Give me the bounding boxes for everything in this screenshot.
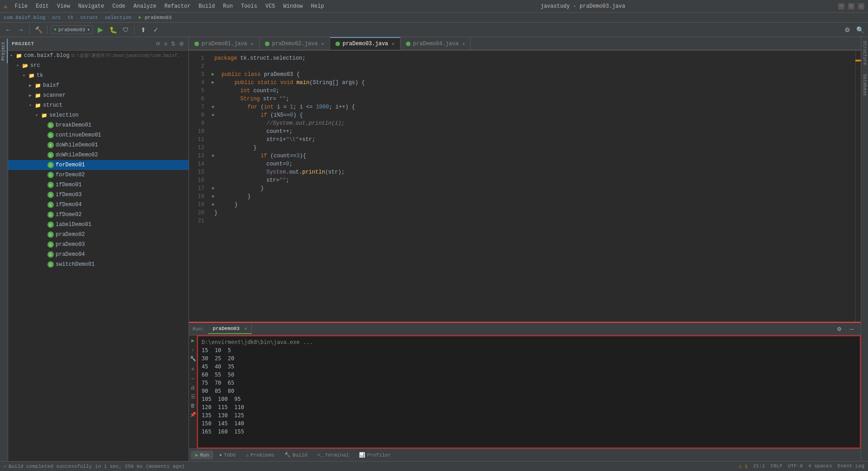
- breadcrumb-file[interactable]: praDemo03: [145, 15, 171, 20]
- bottom-tab-terminal[interactable]: >_ Terminal: [313, 451, 354, 459]
- bottom-tab-profiler[interactable]: 📊 Profiler: [354, 451, 396, 459]
- editor-scrollbar[interactable]: [855, 51, 861, 322]
- toolbar-back-btn[interactable]: ←: [3, 24, 14, 35]
- tree-item-ifdemo03[interactable]: ▶ C ifDemo03: [8, 190, 189, 200]
- toolbar-build-btn[interactable]: 🔨: [33, 24, 44, 35]
- tree-item-struct[interactable]: ▾ 📁 struct: [8, 100, 189, 110]
- maximize-button[interactable]: □: [848, 3, 854, 9]
- run-down-icon[interactable]: ↓: [190, 346, 196, 353]
- vcs-update-btn[interactable]: ⬆: [138, 24, 149, 35]
- run-settings-btn[interactable]: ⚙: [834, 324, 844, 334]
- tab-close-prademo03[interactable]: ✕: [392, 41, 395, 47]
- event-log[interactable]: Event Log: [838, 463, 864, 469]
- structure-tab[interactable]: Structure: [862, 41, 867, 65]
- run-pin-icon[interactable]: 📌: [190, 411, 196, 418]
- warning-count[interactable]: ⚠ 1: [739, 463, 748, 469]
- run-trash-icon[interactable]: 🗑: [190, 402, 196, 409]
- tab-close-prademo02[interactable]: ✕: [321, 41, 324, 47]
- breadcrumb-struct[interactable]: struct: [80, 15, 98, 20]
- menu-vcs[interactable]: VCS: [262, 2, 279, 10]
- debug-button[interactable]: 🐛: [108, 24, 118, 35]
- tree-item-prademo04[interactable]: ▶ C praDemo04: [8, 250, 189, 259]
- menu-analyze[interactable]: Analyze: [130, 2, 160, 10]
- run-minimize-btn[interactable]: ─: [846, 324, 857, 334]
- bottom-tab-run[interactable]: ▶ Run: [191, 451, 213, 459]
- run-tab-close[interactable]: ✕: [244, 326, 247, 331]
- breadcrumb-tk[interactable]: tk: [67, 15, 73, 20]
- tree-item-prademo02[interactable]: ▶ C praDemo02: [8, 230, 189, 240]
- minimize-button[interactable]: ─: [838, 3, 844, 9]
- menu-build[interactable]: Build: [195, 2, 218, 10]
- sidebar-sort-btn[interactable]: ⇅: [170, 40, 176, 48]
- sidebar-settings-btn[interactable]: ⚙: [178, 40, 185, 48]
- tree-item-ifdome02[interactable]: ▶ C ifDome02: [8, 210, 189, 220]
- project-tab[interactable]: Project: [0, 39, 8, 63]
- cursor-position[interactable]: 21:1: [753, 463, 765, 469]
- menu-edit[interactable]: Edit: [32, 2, 52, 10]
- run-soft-wrap-icon[interactable]: ⋯: [190, 375, 196, 382]
- tree-item-tk[interactable]: ▾ 📁 tk: [8, 71, 189, 80]
- tree-item-prademo03[interactable]: ▶ C praDemo03: [8, 240, 189, 250]
- tab-prademo04[interactable]: praDemo04.java ✕: [401, 37, 471, 50]
- indent-setting[interactable]: 4 spaces: [808, 463, 832, 469]
- tree-item-selection[interactable]: ▾ 📁 selection: [8, 110, 189, 120]
- run-output[interactable]: D:\envirment\jdk8\bin\java.exe ... 15 10…: [197, 335, 861, 448]
- run-output-line-10: 150 145 140: [202, 419, 856, 428]
- tree-item-scanner[interactable]: ▶ 📁 scanner: [8, 90, 189, 100]
- tab-close-prademo04[interactable]: ✕: [462, 41, 465, 47]
- run-tab-prademo03[interactable]: praDemo03 ✕: [208, 324, 252, 334]
- breadcrumb-root[interactable]: com.baixf.blog: [4, 15, 45, 20]
- settings-btn[interactable]: ⚙: [842, 24, 853, 35]
- line-separator[interactable]: CRLF: [770, 463, 782, 469]
- menu-window[interactable]: Window: [280, 2, 307, 10]
- search-everywhere-btn[interactable]: 🔍: [854, 24, 865, 35]
- menu-refactor[interactable]: Refactor: [161, 2, 194, 10]
- tree-item-ifdemo04[interactable]: ▶ C ifDemo04: [8, 200, 189, 210]
- tree-item-baixf[interactable]: ▶ 📁 baixf: [8, 80, 189, 90]
- close-button[interactable]: ✕: [858, 3, 864, 9]
- run-play-icon[interactable]: ▶: [190, 337, 196, 344]
- tree-item-dowhiledemo01[interactable]: ▶ C doWhileDemo01: [8, 140, 189, 150]
- tree-item-src[interactable]: ▾ 📂 src: [8, 61, 189, 71]
- tab-prademo02[interactable]: praDemo02.java ✕: [259, 37, 330, 50]
- vcs-commit-btn[interactable]: ✓: [151, 24, 161, 35]
- menu-navigate[interactable]: Navigate: [75, 2, 108, 10]
- toolbar-forward-btn[interactable]: →: [15, 24, 26, 35]
- tree-item-fordemo01[interactable]: ▶ C forDemo01: [8, 160, 189, 170]
- database-tab[interactable]: Database: [862, 74, 867, 96]
- tree-item-fordemo02[interactable]: ▶ C forDemo02: [8, 170, 189, 180]
- run-config-selector[interactable]: ● praDemo03 ▾: [51, 25, 93, 34]
- tree-item-breakdemo01[interactable]: ▶ C breakDemo01: [8, 120, 189, 130]
- tree-item-root[interactable]: ▾ 📁 com.baixf.blog D:\桌面\暑假学习\Java\javas…: [8, 51, 189, 61]
- menu-file[interactable]: File: [11, 2, 31, 10]
- run-print-icon[interactable]: 🖨: [190, 384, 196, 391]
- menu-run[interactable]: Run: [219, 2, 236, 10]
- tab-close-prademo01[interactable]: ✕: [251, 41, 254, 47]
- breadcrumb-selection[interactable]: selection: [104, 15, 131, 20]
- tree-item-continuedemo01[interactable]: ▶ C continueDemo01: [8, 130, 189, 140]
- sidebar-collapse-btn[interactable]: ≡: [163, 40, 168, 48]
- tab-prademo01[interactable]: praDemo01.java ✕: [189, 37, 259, 50]
- bottom-tab-build[interactable]: 🔨 Build: [280, 451, 312, 459]
- run-wrench-icon[interactable]: 🔧: [190, 355, 196, 362]
- run-list-icon[interactable]: ☰: [190, 393, 196, 400]
- run-with-coverage-btn[interactable]: 🛡: [120, 24, 131, 35]
- menu-help[interactable]: Help: [307, 2, 328, 10]
- tree-item-ifdemo01[interactable]: ▶ C ifDemo01: [8, 180, 189, 190]
- breadcrumb-src[interactable]: src: [52, 15, 61, 20]
- code-editor[interactable]: 123456789101112131415161718192021 packag…: [189, 51, 861, 322]
- sidebar-refresh-btn[interactable]: ⟳: [155, 40, 161, 48]
- encoding[interactable]: UTF-8: [788, 463, 803, 469]
- bottom-tab-problems[interactable]: ⚠ Problems: [241, 451, 278, 459]
- code-content[interactable]: package tk.struct.selection; ▶ public cl…: [211, 51, 855, 322]
- tree-item-switchdemo01[interactable]: ▶ C switchDemo01: [8, 259, 189, 269]
- run-button[interactable]: ▶: [95, 24, 106, 35]
- menu-tools[interactable]: Tools: [237, 2, 261, 10]
- menu-code[interactable]: Code: [108, 2, 129, 10]
- menu-view[interactable]: View: [53, 2, 74, 10]
- tree-item-labeldemo01[interactable]: ▶ C labelDemo01: [8, 220, 189, 230]
- run-lines-icon[interactable]: ≡: [190, 366, 196, 372]
- tab-prademo03[interactable]: praDemo03.java ✕: [330, 37, 401, 50]
- bottom-tab-todo[interactable]: ● TODO: [214, 451, 240, 459]
- tree-item-dowhiledemo02[interactable]: ▶ C doWhileDemo02: [8, 150, 189, 160]
